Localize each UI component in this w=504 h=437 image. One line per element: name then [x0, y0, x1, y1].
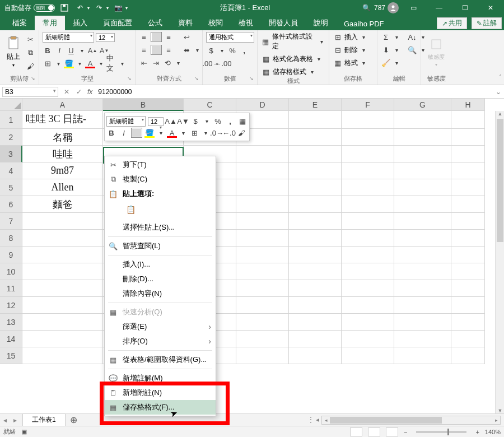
cell[interactable]	[342, 247, 394, 263]
underline-icon[interactable]: U	[66, 45, 76, 55]
indent-decrease-icon[interactable]: ⇤	[139, 58, 149, 68]
cell[interactable]	[289, 331, 342, 347]
row-header[interactable]: 3	[0, 146, 22, 162]
merge-icon[interactable]: ⬌	[181, 45, 192, 55]
cell[interactable]	[342, 179, 394, 196]
undo-icon[interactable]: ↶	[74, 2, 86, 14]
mini-font-color-icon[interactable]: A	[167, 128, 177, 138]
cell[interactable]	[451, 280, 485, 297]
cell[interactable]: Allen	[22, 179, 103, 196]
add-sheet-button[interactable]: ⊕	[66, 415, 82, 425]
row-header[interactable]: 6	[0, 196, 22, 213]
align-middle-icon[interactable]	[151, 32, 162, 42]
cell[interactable]	[451, 247, 485, 263]
cell[interactable]	[236, 146, 289, 162]
cell[interactable]	[451, 179, 485, 196]
column-header[interactable]: F	[342, 99, 394, 111]
cell[interactable]: 名稱	[22, 129, 103, 146]
italic-icon[interactable]: I	[54, 45, 64, 55]
comma-icon[interactable]: ,	[239, 45, 249, 55]
cm-from-table[interactable]: ▦從表格/範圍取得資料(G)...	[105, 352, 216, 367]
cell[interactable]	[22, 213, 103, 230]
cell[interactable]	[289, 196, 342, 213]
name-box[interactable]: B3	[2, 87, 58, 97]
cell[interactable]	[342, 280, 394, 297]
paste-option-all-icon[interactable]: 📋	[123, 202, 138, 217]
cell[interactable]	[394, 179, 451, 196]
sensitivity-button[interactable]: 敏感度▾	[424, 32, 448, 71]
cell[interactable]	[394, 247, 451, 263]
cm-paste-special[interactable]: 選擇性貼上(S)...	[105, 220, 216, 235]
cell[interactable]	[236, 179, 289, 196]
cancel-formula-icon[interactable]: ✕	[60, 88, 73, 96]
cell[interactable]	[394, 314, 451, 331]
cell[interactable]	[394, 297, 451, 314]
borders-icon[interactable]: ⊞	[43, 58, 53, 68]
redo-icon[interactable]: ↷	[93, 2, 105, 14]
cell[interactable]	[451, 162, 485, 179]
wrap-text-icon[interactable]: ↩	[181, 32, 192, 42]
sort-filter-icon[interactable]: A↓	[407, 32, 417, 42]
tab-file[interactable]: 檔案	[4, 16, 35, 30]
cell[interactable]	[394, 230, 451, 247]
tab-developer[interactable]: 開發人員	[261, 16, 306, 30]
cell[interactable]	[289, 314, 342, 331]
cell[interactable]	[236, 162, 289, 179]
row-header[interactable]: 14	[0, 331, 22, 347]
cm-filter[interactable]: 篩選(E)	[105, 319, 216, 334]
mini-table-icon[interactable]: ▦	[237, 117, 248, 127]
sheet-nav-next[interactable]: ▸	[10, 416, 20, 424]
mini-increase-decimal-icon[interactable]: .0→	[212, 128, 222, 138]
cell[interactable]	[394, 280, 451, 297]
cell[interactable]: 麵爸	[22, 196, 103, 213]
cell[interactable]	[236, 263, 289, 280]
cell[interactable]	[236, 280, 289, 297]
ribbon-display-icon[interactable]: ▭	[402, 0, 424, 16]
grow-font-icon[interactable]: A▲	[87, 45, 97, 55]
cell[interactable]	[342, 162, 394, 179]
cell[interactable]: 9m87	[22, 162, 103, 179]
cell[interactable]	[342, 297, 394, 314]
column-header[interactable]: D	[236, 99, 289, 111]
cell[interactable]	[394, 347, 451, 364]
format-painter-icon[interactable]: 🖌	[25, 61, 35, 71]
decrease-decimal-icon[interactable]: ←.00	[218, 58, 228, 68]
cell[interactable]	[289, 263, 342, 280]
cell[interactable]	[342, 314, 394, 331]
cell[interactable]	[342, 347, 394, 364]
mini-comma-icon[interactable]: ,	[225, 117, 235, 127]
align-right-icon[interactable]: ≡	[164, 45, 174, 55]
cell[interactable]: 哇哇	[22, 146, 103, 162]
cell[interactable]	[236, 247, 289, 263]
font-color-icon[interactable]: A	[85, 58, 95, 68]
enter-formula-icon[interactable]: ✓	[73, 88, 85, 96]
cell[interactable]	[342, 331, 394, 347]
cm-new-comment[interactable]: 💬新增註解(M)	[105, 371, 216, 385]
mini-grow-font-icon[interactable]: A▲	[166, 117, 176, 127]
tab-formulas[interactable]: 公式	[140, 16, 170, 30]
cell[interactable]	[451, 196, 485, 213]
cell[interactable]	[289, 111, 342, 129]
cell[interactable]	[289, 280, 342, 297]
insert-cells-button[interactable]: ⊞插入▾	[333, 32, 367, 42]
cm-smart-lookup[interactable]: 🔍智慧查閱(L)	[105, 239, 216, 253]
comments-button[interactable]: ✎ 註解	[472, 17, 502, 29]
cell[interactable]	[451, 263, 485, 280]
cell[interactable]	[451, 331, 485, 347]
worksheet-grid[interactable]: ABCDEFGH 123456789101112131415 名稱哇哇9m87A…	[0, 99, 504, 426]
cell-styles-button[interactable]: ▦儲存格樣式▾	[261, 67, 325, 77]
cell[interactable]	[236, 347, 289, 364]
toggle-pill[interactable]: 關閉	[34, 4, 55, 12]
tab-insert[interactable]: 插入	[65, 16, 95, 30]
tab-gaaiho[interactable]: Gaaiho PDF	[336, 17, 392, 30]
row-header[interactable]: 1	[0, 111, 22, 129]
cell[interactable]	[394, 146, 451, 162]
cell[interactable]	[22, 331, 103, 347]
cell[interactable]	[451, 129, 485, 146]
row-header[interactable]: 10	[0, 263, 22, 280]
cm-insert[interactable]: 插入(I)...	[105, 257, 216, 272]
formula-input[interactable]: 912000000	[95, 87, 493, 96]
cell[interactable]	[289, 146, 342, 162]
tab-review[interactable]: 校閱	[200, 16, 231, 30]
zoom-out-icon[interactable]: −	[404, 429, 407, 435]
